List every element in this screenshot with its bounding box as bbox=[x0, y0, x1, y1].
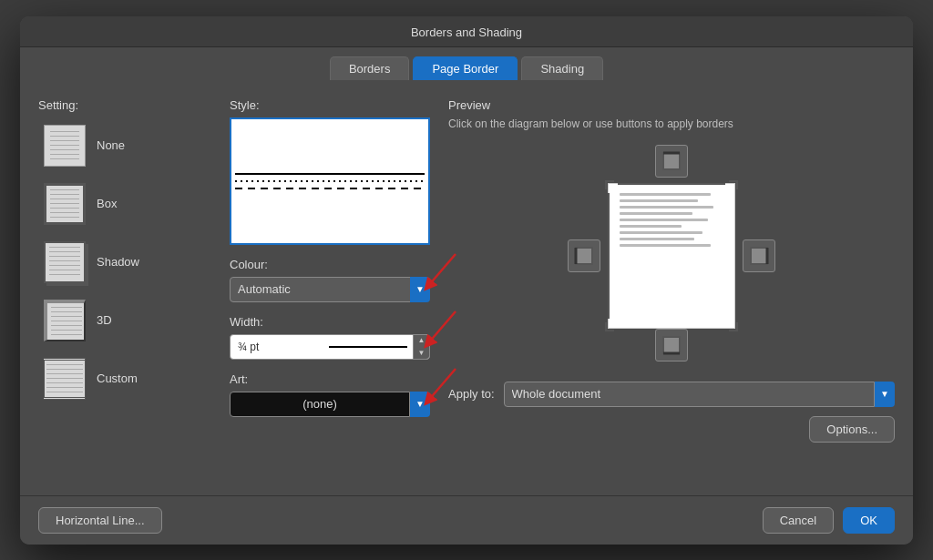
svg-rect-8 bbox=[576, 248, 592, 264]
preview-bottom-row bbox=[615, 329, 728, 361]
art-dropdown-arrow[interactable]: ▼ bbox=[410, 392, 430, 417]
borders-and-shading-dialog: Borders and Shading Borders Page Border … bbox=[20, 16, 913, 545]
options-row: Options... bbox=[448, 416, 895, 443]
ok-button[interactable]: OK bbox=[843, 507, 895, 534]
dialog-title: Borders and Shading bbox=[20, 16, 913, 47]
art-row: (none) ▼ bbox=[230, 392, 430, 417]
setting-box-icon bbox=[44, 183, 86, 225]
preview-corner-bl bbox=[605, 322, 614, 331]
preview-label: Preview bbox=[448, 98, 895, 112]
apply-to-label: Apply to: bbox=[448, 387, 495, 401]
svg-rect-12 bbox=[663, 337, 680, 353]
preview-bottom-border-btn[interactable] bbox=[655, 329, 688, 361]
colour-select[interactable]: AutomaticBlackRedBlueGreen bbox=[230, 277, 426, 302]
footer-right: Cancel OK bbox=[763, 507, 895, 534]
style-list[interactable] bbox=[230, 117, 430, 245]
setting-3d[interactable]: 3D bbox=[38, 296, 211, 345]
preview-description: Click on the diagram below or use button… bbox=[448, 116, 895, 132]
tab-page-border[interactable]: Page Border bbox=[413, 56, 518, 80]
setting-none[interactable]: None bbox=[38, 121, 211, 170]
preview-line-5 bbox=[620, 219, 708, 221]
width-stepper-up[interactable]: ▲ bbox=[414, 334, 429, 347]
style-line-solid[interactable] bbox=[235, 173, 425, 175]
apply-to-select-wrap: Whole documentThis sectionThis section -… bbox=[504, 382, 895, 407]
preview-left-border-btn[interactable] bbox=[568, 239, 600, 272]
width-preview-line bbox=[329, 346, 407, 348]
horizontal-line-button[interactable]: Horizontal Line... bbox=[38, 507, 162, 534]
preview-border-top bbox=[618, 183, 725, 185]
art-select[interactable]: (none) bbox=[230, 392, 410, 417]
art-value: (none) bbox=[302, 397, 337, 411]
preview-panel: Preview Click on the diagram below or us… bbox=[448, 98, 895, 477]
style-panel: Style: Colour: AutomaticBlackRedBlueGree… bbox=[230, 98, 430, 477]
style-label: Style: bbox=[230, 98, 430, 112]
colour-label: Colour: bbox=[230, 258, 430, 271]
preview-corner-br bbox=[729, 322, 738, 331]
setting-3d-label: 3D bbox=[97, 313, 112, 327]
tabs-row: Borders Page Border Shading bbox=[20, 47, 913, 80]
width-stepper-down[interactable]: ▼ bbox=[414, 347, 429, 360]
style-line-dashed[interactable] bbox=[235, 188, 425, 189]
setting-custom-icon bbox=[44, 358, 86, 400]
preview-top-row bbox=[615, 145, 728, 178]
apply-to-select[interactable]: Whole documentThis sectionThis section -… bbox=[504, 382, 875, 407]
tab-borders[interactable]: Borders bbox=[330, 56, 410, 80]
width-value: ¾ pt bbox=[231, 334, 323, 360]
width-label: Width: bbox=[230, 315, 430, 329]
preview-line-3 bbox=[620, 206, 713, 209]
preview-top-border-btn[interactable] bbox=[655, 145, 688, 178]
setting-label: Setting: bbox=[38, 98, 211, 112]
svg-rect-6 bbox=[663, 153, 680, 169]
svg-rect-10 bbox=[751, 248, 767, 264]
preview-border-left bbox=[608, 193, 610, 319]
width-stepper[interactable]: ▲ ▼ bbox=[413, 334, 429, 360]
preview-corner-tl bbox=[605, 180, 614, 189]
preview-document[interactable] bbox=[608, 183, 735, 329]
content-area: Setting: None Box Shadow 3D Custom bbox=[20, 80, 913, 495]
preview-line-4 bbox=[620, 212, 692, 215]
setting-none-icon bbox=[44, 125, 86, 167]
cancel-button[interactable]: Cancel bbox=[763, 507, 834, 534]
preview-line-6 bbox=[620, 225, 682, 228]
preview-line-7 bbox=[620, 231, 702, 234]
options-button[interactable]: Options... bbox=[809, 416, 895, 443]
width-row: ¾ pt ▲ ▼ bbox=[230, 334, 430, 360]
setting-none-label: None bbox=[97, 138, 125, 152]
setting-shadow-icon bbox=[44, 241, 86, 283]
preview-middle-row bbox=[568, 183, 775, 329]
art-label: Art: bbox=[230, 372, 430, 386]
style-line-dotted[interactable] bbox=[235, 180, 425, 182]
preview-controls bbox=[448, 145, 895, 367]
setting-box-label: Box bbox=[97, 197, 117, 210]
apply-to-arrow: ▼ bbox=[875, 382, 895, 407]
apply-to-row: Apply to: Whole documentThis sectionThis… bbox=[448, 382, 895, 407]
setting-3d-icon bbox=[44, 300, 86, 341]
setting-shadow-label: Shadow bbox=[97, 255, 139, 269]
setting-custom-label: Custom bbox=[97, 372, 138, 385]
preview-line-2 bbox=[620, 199, 698, 202]
setting-custom[interactable]: Custom bbox=[38, 354, 211, 403]
setting-shadow[interactable]: Shadow bbox=[38, 238, 211, 287]
setting-panel: Setting: None Box Shadow 3D Custom bbox=[38, 98, 211, 477]
footer: Horizontal Line... Cancel OK bbox=[20, 495, 913, 545]
preview-corner-tr bbox=[729, 180, 738, 189]
preview-line-9 bbox=[620, 244, 711, 247]
preview-line-8 bbox=[620, 238, 694, 240]
setting-box[interactable]: Box bbox=[38, 179, 211, 229]
tab-shading[interactable]: Shading bbox=[521, 56, 603, 80]
preview-line-1 bbox=[620, 193, 711, 196]
preview-right-border-btn[interactable] bbox=[743, 239, 775, 272]
